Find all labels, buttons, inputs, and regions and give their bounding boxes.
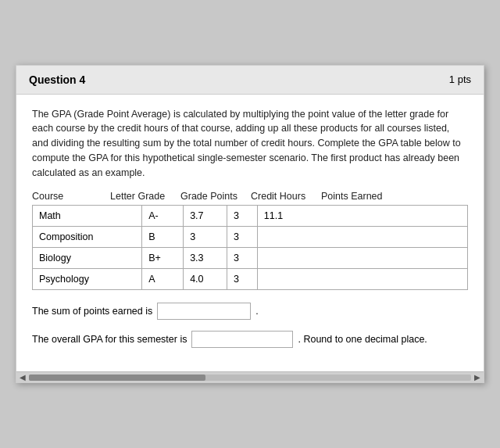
- gpa-label-after: . Round to one decimal place.: [298, 334, 427, 345]
- page-container: Question 4 1 pts The GPA (Grade Point Av…: [16, 65, 484, 384]
- scroll-left-arrow[interactable]: ◀: [20, 373, 26, 382]
- table-row: PsychologyA4.03: [33, 269, 468, 290]
- table-cell-row0-col0: Math: [33, 206, 142, 227]
- table-cell-row2-col2: 3.3: [184, 248, 227, 269]
- content-area: The GPA (Grade Point Average) is calcula…: [16, 95, 484, 372]
- table-cell-row0-col4: 11.1: [257, 206, 467, 227]
- col-header-points-earned: Points Earned: [321, 191, 399, 202]
- points-earned-input-row2[interactable]: [261, 253, 464, 263]
- table-cell-row3-col4[interactable]: [257, 269, 467, 290]
- table-cell-row0-col2: 3.7: [184, 206, 227, 227]
- points-label: 1 pts: [449, 73, 471, 85]
- gpa-table: MathA-3.7311.1CompositionB33BiologyB+3.3…: [32, 205, 468, 290]
- table-cell-row0-col3: 3: [227, 206, 257, 227]
- col-header-grade-points: Grade Points: [180, 191, 251, 202]
- table-cell-row2-col3: 3: [227, 248, 257, 269]
- table-row: BiologyB+3.33: [33, 248, 468, 269]
- table-cell-row3-col1: A: [142, 269, 184, 290]
- table-row: CompositionB33: [33, 227, 468, 248]
- table-cell-row1-col3: 3: [227, 227, 257, 248]
- table-cell-row2-col1: B+: [142, 248, 184, 269]
- table-cell-row2-col4[interactable]: [257, 248, 467, 269]
- sum-label-before: The sum of points earned is: [32, 306, 152, 317]
- sum-label-after: .: [255, 306, 258, 317]
- table-cell-row3-col3: 3: [227, 269, 257, 290]
- table-cell-row3-col0: Psychology: [33, 269, 142, 290]
- sum-row: The sum of points earned is .: [32, 303, 468, 320]
- question-header: Question 4 1 pts: [16, 66, 484, 95]
- question-title: Question 4: [29, 73, 85, 86]
- table-cell-row1-col1: B: [142, 227, 184, 248]
- horizontal-scrollbar[interactable]: ◀ ▶: [16, 371, 484, 382]
- table-cell-row1-col2: 3: [184, 227, 227, 248]
- gpa-input[interactable]: [191, 331, 293, 348]
- sum-input[interactable]: [157, 303, 251, 320]
- column-headers: Course Letter Grade Grade Points Credit …: [32, 191, 468, 202]
- table-cell-row3-col2: 4.0: [184, 269, 227, 290]
- scroll-track[interactable]: [29, 375, 471, 381]
- col-header-credit-hours: Credit Hours: [251, 191, 321, 202]
- description-text: The GPA (Grade Point Average) is calcula…: [32, 107, 468, 181]
- gpa-label-before: The overall GPA for this semester is: [32, 334, 187, 345]
- points-earned-input-row3[interactable]: [261, 274, 464, 285]
- table-cell-row2-col0: Biology: [33, 248, 142, 269]
- table-cell-row0-col1: A-: [142, 206, 184, 227]
- col-header-course: Course: [32, 191, 110, 202]
- points-earned-input-row1[interactable]: [261, 231, 464, 242]
- scroll-thumb[interactable]: [29, 375, 205, 381]
- table-row: MathA-3.7311.1: [33, 206, 468, 227]
- table-cell-row1-col0: Composition: [33, 227, 142, 248]
- col-header-letter-grade: Letter Grade: [110, 191, 180, 202]
- gpa-row: The overall GPA for this semester is . R…: [32, 331, 468, 348]
- scroll-right-arrow[interactable]: ▶: [474, 373, 480, 382]
- table-cell-row1-col4[interactable]: [257, 227, 467, 248]
